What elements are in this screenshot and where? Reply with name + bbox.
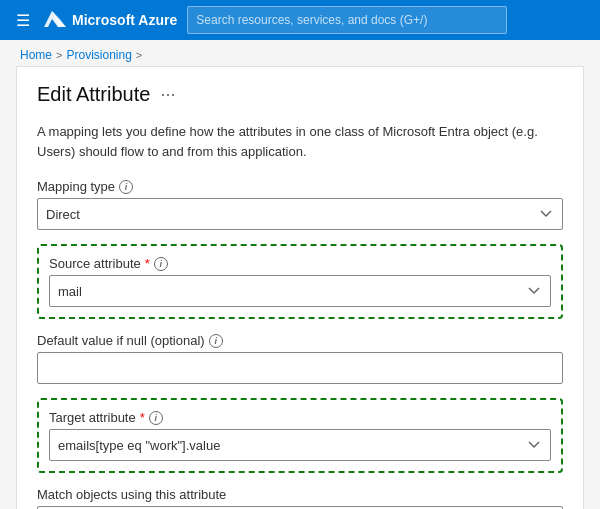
breadcrumb-separator-1: > [56,49,62,61]
target-attribute-select[interactable]: emails[type eq "work"].value [49,429,551,461]
breadcrumb-separator-2: > [136,49,142,61]
mapping-type-label: Mapping type i [37,179,563,194]
breadcrumb-provisioning[interactable]: Provisioning [66,48,131,62]
logo-container: Microsoft Azure [44,9,177,31]
default-value-section: Default value if null (optional) i [37,333,563,384]
source-attribute-section: Source attribute * i mail [49,256,551,307]
source-attribute-highlight-box: Source attribute * i mail [37,244,563,319]
target-attribute-required: * [140,410,145,425]
match-objects-section: Match objects using this attribute No [37,487,563,509]
source-attribute-label: Source attribute * i [49,256,551,271]
source-attribute-required: * [145,256,150,271]
top-navigation-bar: ☰ Microsoft Azure [0,0,600,40]
global-search-input[interactable] [187,6,507,34]
target-attribute-highlight-box: Target attribute * i emails[type eq "wor… [37,398,563,473]
target-attribute-info-icon[interactable]: i [149,411,163,425]
azure-logo-icon [44,9,66,31]
target-attribute-label: Target attribute * i [49,410,551,425]
target-attribute-section: Target attribute * i emails[type eq "wor… [49,410,551,461]
breadcrumb: Home > Provisioning > [0,40,600,66]
page-description: A mapping lets you define how the attrib… [37,122,563,161]
source-attribute-info-icon[interactable]: i [154,257,168,271]
default-value-info-icon[interactable]: i [209,334,223,348]
default-value-input[interactable] [37,352,563,384]
mapping-type-select[interactable]: Direct [37,198,563,230]
hamburger-menu-icon[interactable]: ☰ [12,7,34,34]
mapping-type-info-icon[interactable]: i [119,180,133,194]
more-options-button[interactable]: ··· [160,84,175,105]
default-value-label: Default value if null (optional) i [37,333,563,348]
logo-text: Microsoft Azure [72,12,177,28]
match-objects-label: Match objects using this attribute [37,487,563,502]
source-attribute-select[interactable]: mail [49,275,551,307]
page-title-row: Edit Attribute ··· [37,83,563,106]
mapping-type-section: Mapping type i Direct [37,179,563,230]
page-content: Edit Attribute ··· A mapping lets you de… [16,66,584,509]
breadcrumb-home[interactable]: Home [20,48,52,62]
page-title: Edit Attribute [37,83,150,106]
